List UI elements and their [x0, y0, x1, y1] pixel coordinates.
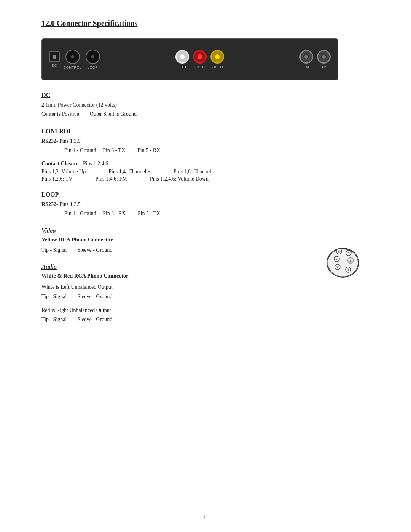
tv-label: TV [322, 65, 327, 69]
dc-section: DC 2.1mm Power Connector (12 volts) Cent… [41, 92, 370, 119]
din-diagram: ① ② ③ ④ ⑤ ⑥ [324, 242, 362, 280]
audio-red-tip: Tip - Signal [41, 316, 67, 322]
svg-text:③: ③ [349, 259, 352, 263]
loop-section: LOOP RS232- Pins 1,3,5 Pin 1 - Ground Pi… [41, 191, 370, 218]
loop-rs232-label: RS232 [41, 201, 56, 207]
contact-row1-b: Pins 1,4: Channel + [108, 169, 151, 175]
contact-label: Contact Closure [41, 161, 78, 166]
control-section: CONTROL RS232- Pins 1,3,5 Pin 1 - Ground… [41, 128, 370, 182]
audio-subtitle: White & Red RCA Phono Connector [41, 273, 370, 279]
video-label: VIDEO [212, 65, 223, 69]
control-connector: CONTROL [64, 50, 82, 69]
dc-port [49, 51, 60, 62]
audio-white-tip-sleeve: Tip - Signal Sleeve - Ground [41, 292, 370, 301]
svg-text:①: ① [347, 268, 350, 272]
video-sleeve: Sleeve - Ground [77, 247, 112, 253]
video-tip-sleeve: Tip - Signal Sleeve - Ground [41, 246, 370, 254]
svg-text:④: ④ [335, 257, 338, 261]
audio-white-sleeve: Sleeve - Ground [77, 294, 112, 299]
control-pin1: Pin 1 - Ground [64, 147, 96, 153]
left-label: LEFT [178, 65, 187, 69]
audio-red-block: Red is Right Unbalanced Output Tip - Sig… [41, 306, 370, 324]
control-rs232-pins: - Pins 1,3,5 [56, 138, 81, 144]
audio-white-label: White is Left Unbalanced Output [41, 283, 370, 291]
control-pin3: Pin 3 - TX [103, 147, 125, 153]
audio-red-label: Red is Right Unbalanced Output [41, 306, 370, 315]
loop-label: LOOP [88, 66, 98, 69]
audio-section: Audio White & Red RCA Phono Connector Wh… [41, 264, 370, 324]
left-connector: LEFT [175, 50, 189, 69]
contact-row1-c: Pins 1,6: Channel - [174, 169, 214, 175]
video-section: Video Yellow RCA Phono Connector Tip - S… [41, 227, 370, 254]
control-rs232-pinout: Pin 1 - Ground Pin 3 - TX Pin 5 - RX [41, 146, 370, 155]
contact-row2: Pins 1,2,6: TV Pins 1,4,6: FM Pins 1,2,4… [41, 176, 370, 182]
fm-label: FM [304, 65, 309, 69]
left-port [175, 50, 189, 64]
audio-section-title: Audio [41, 264, 370, 270]
tv-port [317, 50, 331, 64]
loop-port [86, 50, 100, 64]
loop-pin1: Pin 1 - Ground [64, 211, 96, 216]
audio-white-block: White is Left Unbalanced Output Tip - Si… [41, 283, 370, 301]
svg-point-1 [328, 249, 358, 276]
fm-port [299, 50, 313, 64]
loop-rs232-pins: - Pins 1,3,5 [56, 201, 81, 207]
svg-text:⑤: ⑤ [347, 251, 350, 255]
loop-rs232-pinout: Pin 1 - Ground Pin 3 - RX Pin 5 - TX [41, 209, 370, 218]
dc-label: DC [52, 64, 57, 67]
video-tip: Tip - Signal [41, 247, 67, 253]
right-port [193, 50, 207, 64]
video-section-title: Video [41, 227, 370, 234]
contact-row2-b: Pins 1,4,6: FM [95, 176, 127, 182]
page-number: -11- [201, 514, 210, 521]
dc-section-title: DC [41, 92, 370, 99]
dc-center: Center is Positive [41, 111, 79, 117]
dc-outer: Outer Shell is Ground [90, 111, 137, 117]
contact-closure-header: Contact Closure - Pins 1,2,4,6 [41, 160, 370, 168]
contact-row1: Pins 1,2: Volume Up Pins 1,4: Channel + … [41, 169, 370, 175]
contact-row2-a: Pins 1,2,6: TV [41, 176, 72, 182]
audio-white-tip: Tip - Signal [41, 294, 67, 299]
video-connector: VIDEO [210, 50, 224, 69]
loop-pin5: Pin 5 - TX [138, 211, 160, 216]
video-port [210, 50, 224, 64]
control-pin5: Pin 5 - RX [137, 147, 160, 153]
contact-row1-a: Pins 1,2: Volume Up [41, 169, 86, 175]
video-subtitle: Yellow RCA Phono Connector [41, 236, 370, 243]
control-port [65, 50, 80, 64]
audio-red-tip-sleeve: Tip - Signal Sleeve - Ground [41, 315, 370, 324]
connector-panel: DC CONTROL LOOP LEFT RIGHT VIDEO [41, 38, 338, 80]
loop-rs232-header: RS232- Pins 1,3,5 [41, 200, 370, 209]
svg-text:⑥: ⑥ [338, 250, 341, 254]
control-section-title: CONTROL [41, 128, 370, 135]
svg-text:②: ② [336, 265, 339, 269]
dc-line1: 2.1mm Power Connector (12 volts) [41, 101, 370, 109]
tv-connector: TV [317, 50, 331, 69]
right-connector: RIGHT [193, 50, 207, 69]
dc-line2: Center is Positive Outer Shell is Ground [41, 110, 370, 118]
contact-row2-c: Pins 1,2,4,6: Volume Down [150, 176, 209, 182]
right-label: RIGHT [194, 65, 206, 69]
control-rs232-header: RS232- Pins 1,3,5 [41, 137, 370, 145]
audio-red-sleeve: Sleeve - Ground [77, 316, 112, 322]
dc-connector: DC [49, 51, 60, 67]
loop-section-title: LOOP [41, 191, 370, 198]
control-rs232-label: RS232 [41, 138, 56, 144]
contact-pins: - Pins 1,2,4,6 [80, 161, 108, 166]
loop-pin3: Pin 3 - RX [103, 211, 126, 216]
loop-connector: LOOP [86, 50, 100, 69]
control-label: CONTROL [64, 66, 82, 69]
fm-connector: FM [299, 50, 313, 69]
page-title: 12.0 Connector Specifications [41, 19, 370, 28]
